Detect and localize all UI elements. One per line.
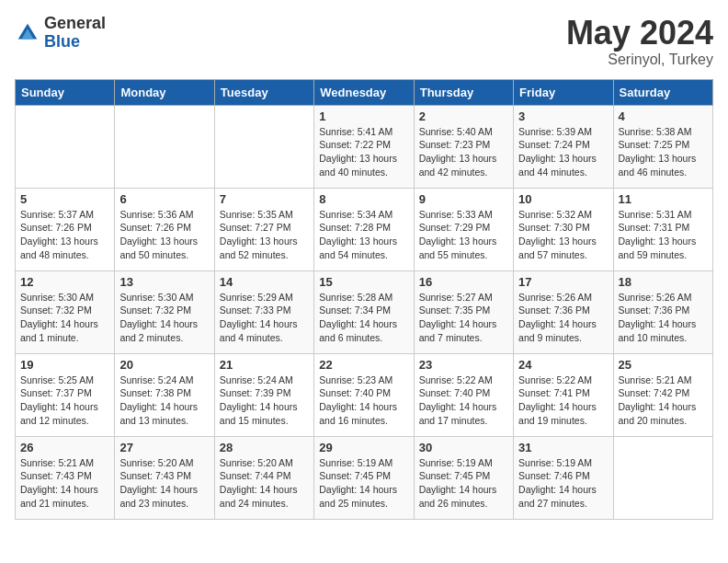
day-number: 9 <box>419 192 508 206</box>
day-number: 18 <box>619 275 708 289</box>
day-number: 24 <box>518 358 608 372</box>
day-number: 12 <box>20 275 109 289</box>
day-info: Sunrise: 5:25 AM Sunset: 7:37 PM Dayligh… <box>20 373 109 428</box>
day-info: Sunrise: 5:30 AM Sunset: 7:32 PM Dayligh… <box>119 291 209 345</box>
day-number: 14 <box>220 275 309 289</box>
weekday-header-saturday: Saturday <box>613 79 712 105</box>
calendar-cell: 28Sunrise: 5:20 AM Sunset: 7:44 PM Dayli… <box>214 436 313 519</box>
day-number: 26 <box>20 441 109 454</box>
day-number: 25 <box>619 358 708 372</box>
calendar-cell <box>214 105 313 188</box>
day-number: 23 <box>419 358 508 372</box>
page-header: General Blue May 2024 Serinyol, Turkey <box>15 15 713 68</box>
day-number: 7 <box>220 192 309 206</box>
calendar-cell: 19Sunrise: 5:25 AM Sunset: 7:37 PM Dayli… <box>16 353 115 436</box>
calendar-cell: 16Sunrise: 5:27 AM Sunset: 7:35 PM Dayli… <box>414 270 513 353</box>
calendar-cell <box>613 436 712 519</box>
calendar-cell: 9Sunrise: 5:33 AM Sunset: 7:29 PM Daylig… <box>414 188 513 270</box>
title-block: May 2024 Serinyol, Turkey <box>566 15 713 68</box>
day-number: 22 <box>319 358 408 372</box>
week-row-2: 5Sunrise: 5:37 AM Sunset: 7:26 PM Daylig… <box>16 188 713 270</box>
logo: General Blue <box>15 15 106 52</box>
day-info: Sunrise: 5:36 AM Sunset: 7:26 PM Dayligh… <box>119 208 209 262</box>
logo-general-text: General <box>44 15 106 33</box>
calendar-cell: 13Sunrise: 5:30 AM Sunset: 7:32 PM Dayli… <box>115 270 214 353</box>
weekday-header-monday: Monday <box>115 79 214 105</box>
day-info: Sunrise: 5:31 AM Sunset: 7:31 PM Dayligh… <box>619 208 708 262</box>
day-info: Sunrise: 5:37 AM Sunset: 7:26 PM Dayligh… <box>20 208 109 262</box>
weekday-header-row: SundayMondayTuesdayWednesdayThursdayFrid… <box>16 79 713 105</box>
day-number: 4 <box>619 109 708 123</box>
calendar-cell: 7Sunrise: 5:35 AM Sunset: 7:27 PM Daylig… <box>214 188 313 270</box>
calendar-cell: 4Sunrise: 5:38 AM Sunset: 7:25 PM Daylig… <box>613 105 712 188</box>
day-info: Sunrise: 5:26 AM Sunset: 7:36 PM Dayligh… <box>619 291 708 345</box>
day-info: Sunrise: 5:33 AM Sunset: 7:29 PM Dayligh… <box>419 208 508 262</box>
calendar-cell: 6Sunrise: 5:36 AM Sunset: 7:26 PM Daylig… <box>115 188 214 270</box>
day-number: 19 <box>20 358 109 372</box>
day-info: Sunrise: 5:23 AM Sunset: 7:40 PM Dayligh… <box>319 373 408 428</box>
day-info: Sunrise: 5:22 AM Sunset: 7:41 PM Dayligh… <box>518 373 608 428</box>
calendar-cell: 14Sunrise: 5:29 AM Sunset: 7:33 PM Dayli… <box>214 270 313 353</box>
day-info: Sunrise: 5:38 AM Sunset: 7:25 PM Dayligh… <box>619 125 708 179</box>
day-number: 30 <box>419 441 508 454</box>
calendar-cell: 12Sunrise: 5:30 AM Sunset: 7:32 PM Dayli… <box>16 270 115 353</box>
day-number: 27 <box>119 441 209 454</box>
day-info: Sunrise: 5:39 AM Sunset: 7:24 PM Dayligh… <box>518 125 608 179</box>
calendar-cell <box>16 105 115 188</box>
calendar-cell: 30Sunrise: 5:19 AM Sunset: 7:45 PM Dayli… <box>414 436 513 519</box>
weekday-header-friday: Friday <box>514 79 613 105</box>
day-number: 20 <box>119 358 209 372</box>
day-info: Sunrise: 5:21 AM Sunset: 7:42 PM Dayligh… <box>619 373 708 428</box>
logo-text: General Blue <box>44 15 106 52</box>
day-info: Sunrise: 5:22 AM Sunset: 7:40 PM Dayligh… <box>419 373 508 428</box>
calendar-cell: 15Sunrise: 5:28 AM Sunset: 7:34 PM Dayli… <box>314 270 414 353</box>
day-info: Sunrise: 5:24 AM Sunset: 7:38 PM Dayligh… <box>119 373 209 428</box>
calendar-cell: 22Sunrise: 5:23 AM Sunset: 7:40 PM Dayli… <box>314 353 414 436</box>
calendar-cell: 5Sunrise: 5:37 AM Sunset: 7:26 PM Daylig… <box>16 188 115 270</box>
calendar-cell: 17Sunrise: 5:26 AM Sunset: 7:36 PM Dayli… <box>514 270 613 353</box>
day-info: Sunrise: 5:26 AM Sunset: 7:36 PM Dayligh… <box>518 291 608 345</box>
day-info: Sunrise: 5:20 AM Sunset: 7:43 PM Dayligh… <box>119 456 209 511</box>
weekday-header-sunday: Sunday <box>16 79 115 105</box>
day-number: 31 <box>518 441 608 454</box>
calendar-cell: 11Sunrise: 5:31 AM Sunset: 7:31 PM Dayli… <box>613 188 712 270</box>
calendar-cell: 10Sunrise: 5:32 AM Sunset: 7:30 PM Dayli… <box>514 188 613 270</box>
day-number: 1 <box>319 109 408 123</box>
day-info: Sunrise: 5:19 AM Sunset: 7:45 PM Dayligh… <box>419 456 508 511</box>
day-info: Sunrise: 5:19 AM Sunset: 7:45 PM Dayligh… <box>319 456 408 511</box>
day-info: Sunrise: 5:34 AM Sunset: 7:28 PM Dayligh… <box>319 208 408 262</box>
calendar-location: Serinyol, Turkey <box>566 52 713 68</box>
day-number: 6 <box>119 192 209 206</box>
day-number: 11 <box>619 192 708 206</box>
calendar-cell: 27Sunrise: 5:20 AM Sunset: 7:43 PM Dayli… <box>115 436 214 519</box>
logo-blue-text: Blue <box>44 33 106 52</box>
day-number: 10 <box>518 192 608 206</box>
day-info: Sunrise: 5:35 AM Sunset: 7:27 PM Dayligh… <box>220 208 309 262</box>
calendar-cell: 25Sunrise: 5:21 AM Sunset: 7:42 PM Dayli… <box>613 353 712 436</box>
calendar-cell: 1Sunrise: 5:41 AM Sunset: 7:22 PM Daylig… <box>314 105 414 188</box>
day-info: Sunrise: 5:24 AM Sunset: 7:39 PM Dayligh… <box>220 373 309 428</box>
calendar-cell: 8Sunrise: 5:34 AM Sunset: 7:28 PM Daylig… <box>314 188 414 270</box>
day-number: 3 <box>518 109 608 123</box>
day-info: Sunrise: 5:29 AM Sunset: 7:33 PM Dayligh… <box>220 291 309 345</box>
calendar-title: May 2024 <box>566 15 713 52</box>
calendar-cell: 20Sunrise: 5:24 AM Sunset: 7:38 PM Dayli… <box>115 353 214 436</box>
calendar-cell: 29Sunrise: 5:19 AM Sunset: 7:45 PM Dayli… <box>314 436 414 519</box>
weekday-header-wednesday: Wednesday <box>314 79 414 105</box>
day-info: Sunrise: 5:27 AM Sunset: 7:35 PM Dayligh… <box>419 291 508 345</box>
day-number: 15 <box>319 275 408 289</box>
day-number: 5 <box>20 192 109 206</box>
weekday-header-thursday: Thursday <box>414 79 513 105</box>
day-info: Sunrise: 5:30 AM Sunset: 7:32 PM Dayligh… <box>20 291 109 345</box>
calendar-cell: 26Sunrise: 5:21 AM Sunset: 7:43 PM Dayli… <box>16 436 115 519</box>
calendar-cell: 23Sunrise: 5:22 AM Sunset: 7:40 PM Dayli… <box>414 353 513 436</box>
calendar-cell: 31Sunrise: 5:19 AM Sunset: 7:46 PM Dayli… <box>514 436 613 519</box>
day-info: Sunrise: 5:41 AM Sunset: 7:22 PM Dayligh… <box>319 125 408 179</box>
day-number: 29 <box>319 441 408 454</box>
day-info: Sunrise: 5:28 AM Sunset: 7:34 PM Dayligh… <box>319 291 408 345</box>
day-number: 21 <box>220 358 309 372</box>
day-number: 2 <box>419 109 508 123</box>
logo-icon <box>15 20 40 46</box>
day-info: Sunrise: 5:21 AM Sunset: 7:43 PM Dayligh… <box>20 456 109 511</box>
week-row-3: 12Sunrise: 5:30 AM Sunset: 7:32 PM Dayli… <box>16 270 713 353</box>
